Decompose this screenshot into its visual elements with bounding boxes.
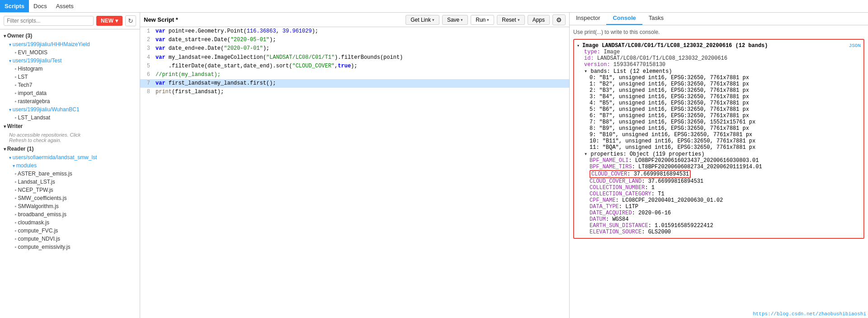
new-button[interactable]: NEW ▾ (96, 16, 123, 26)
tree-file-lst[interactable]: LST (0, 73, 140, 81)
console-hint: Use print(...) to write to this console. (573, 29, 864, 35)
console-object-header: Image LANDSAT/LC08/C01/T1/LC08_123032_20… (577, 43, 861, 49)
refresh-button[interactable]: ↻ (125, 15, 136, 26)
console-version: version: 1593364770158130 (577, 62, 861, 68)
tree-section-owner[interactable]: Owner (3) (0, 31, 140, 40)
tree-folder-reader-root[interactable]: users/sofiaermida/landsat_smw_lst (0, 153, 140, 161)
tree-file-broadband[interactable]: broadband_emiss.js (0, 210, 140, 218)
code-line-7: 7 var first_landsat=my_landsat.first(); (140, 79, 569, 88)
band-item-4: 4: "B5", unsigned int16, EPSG:32650, 776… (577, 100, 861, 106)
band-item-3: 3: "B4", unsigned int16, EPSG:32650, 776… (577, 94, 861, 100)
right-panel: Inspector Console Tasks Use print(...) t… (570, 13, 868, 318)
tab-console[interactable]: Console (606, 13, 642, 25)
tree-file-cloudmask[interactable]: cloudmask.js (0, 218, 140, 227)
tree-file-compute-emiss[interactable]: compute_emissivity.js (0, 243, 140, 251)
code-line-4: 4 var my_landsat=ee.ImageCollection("LAN… (140, 53, 569, 62)
save-button[interactable]: Save ▾ (442, 15, 468, 25)
tree-file-smw-coeff[interactable]: SMW_coefficients.js (0, 194, 140, 202)
tree-file-compute-ndvi[interactable]: compute_NDVI.js (0, 235, 140, 243)
console-bands-header[interactable]: ▾ bands: List (12 elements) (577, 68, 861, 75)
center-panel: New Script * Get Link ▾ Save ▾ Run ▾ Res… (140, 13, 570, 318)
url-bar: https://blog.csdn.net/zhaobushibiaoshi (753, 311, 866, 317)
code-editor[interactable]: 1 var point=ee.Geometry.Point(116.36863,… (140, 27, 569, 318)
props-list: BPF_NAME_OLI: LO8BPF20200616023437_20200… (577, 157, 861, 235)
script-title: New Script * (144, 16, 403, 23)
nav-docs[interactable]: Docs (29, 0, 52, 12)
editor-toolbar: New Script * Get Link ▾ Save ▾ Run ▾ Res… (140, 13, 569, 27)
code-line-3: 3 var date_end=ee.Date("2020-07-01"); (140, 44, 569, 53)
bands-list: 0: "B1", unsigned int16, EPSG:32650, 776… (577, 75, 861, 151)
tab-inspector[interactable]: Inspector (570, 13, 606, 25)
tree-file-compute-fvc[interactable]: compute_FVC.js (0, 227, 140, 235)
prop-item-9: DATUM: WGS84 (577, 216, 861, 223)
prop-item-3: CLOUD_COVER_LAND: 37.66999816894531 (577, 178, 861, 185)
band-item-6: 6: "B7", unsigned int16, EPSG:32650, 776… (577, 113, 861, 119)
tree-folder-maizeyield[interactable]: users/1999jialiu/HHHMaizeYield (0, 40, 140, 48)
left-panel: NEW ▾ ↻ Owner (3) users/1999jialiu/HHHMa… (0, 13, 140, 318)
prop-item-11: ELEVATION_SOURCE: GLS2000 (577, 229, 861, 235)
console-object-box: Image LANDSAT/LC08/C01/T1/LC08_123032_20… (573, 39, 864, 239)
tree-file-tech7[interactable]: Tech7 (0, 81, 140, 89)
top-nav: Scripts Docs Assets (0, 0, 868, 13)
band-item-2: 2: "B3", unsigned int16, EPSG:32650, 776… (577, 87, 861, 94)
code-line-6: 6 //print(my_landsat); (140, 71, 569, 79)
get-link-button[interactable]: Get Link ▾ (406, 15, 439, 25)
tree-folder-wuhanbc1[interactable]: users/1999jialiu/WuhanBC1 (0, 105, 140, 114)
console-properties-header[interactable]: ▾ properties: Object (119 properties) (577, 151, 861, 157)
props-expand-icon: ▾ (584, 151, 590, 157)
code-line-2: 2 var date_start=ee.Date("2020-05-01"); (140, 36, 569, 44)
chevron-down-icon: ▾ (115, 18, 118, 24)
search-input[interactable] (4, 16, 94, 26)
band-item-0: 0: "B1", unsigned int16, EPSG:32650, 776… (577, 75, 861, 81)
tree-file-histogram[interactable]: Histogram (0, 65, 140, 73)
main-layout: NEW ▾ ↻ Owner (3) users/1999jialiu/HHHMa… (0, 13, 868, 318)
tree-folder-test[interactable]: users/1999jialiu/Test (0, 57, 140, 65)
prop-item-4: COLLECTION_NUMBER: 1 (577, 185, 861, 191)
prop-item-2: CLOUD_COVER: 37.66999816894531 (577, 170, 861, 178)
tree-file-aster[interactable]: ASTER_bare_emiss.js (0, 170, 140, 178)
code-line-1: 1 var point=ee.Geometry.Point(116.36863,… (140, 27, 569, 36)
band-item-7: 7: "B8", unsigned int16, EPSG:32650, 155… (577, 119, 861, 125)
prop-item-7: DATA_TYPE: L1TP (577, 204, 861, 210)
nav-scripts[interactable]: Scripts (0, 0, 29, 12)
code-line-5: 5 .filterDate(date_start,date_end).sort(… (140, 62, 569, 71)
band-item-11: 11: "BQA", unsigned int16, EPSG:32650, 7… (577, 144, 861, 151)
script-tree: Owner (3) users/1999jialiu/HHHMaizeYield… (0, 29, 140, 318)
tree-file-landsat-lst[interactable]: Landsat_LST.js (0, 178, 140, 186)
settings-button[interactable]: ⚙ (552, 14, 566, 25)
reset-arrow-icon: ▾ (518, 18, 520, 22)
prop-item-5: COLLECTION_CATEGORY: T1 (577, 191, 861, 197)
tree-file-rasteralgebra[interactable]: rasteralgebra (0, 97, 140, 105)
run-arrow-icon: ▾ (487, 18, 489, 22)
search-bar: NEW ▾ ↻ (0, 13, 140, 29)
prop-item-10: EARTH_SUN_DISTANCE: 1.0159165859222412 (577, 223, 861, 229)
get-link-arrow-icon: ▾ (432, 18, 434, 22)
json-link[interactable]: JSON (849, 43, 861, 48)
prop-item-8: DATE_ACQUIRED: 2020-06-16 (577, 210, 861, 216)
band-item-8: 8: "B9", unsigned int16, EPSG:32650, 776… (577, 125, 861, 132)
right-tabs: Inspector Console Tasks (570, 13, 868, 25)
run-button[interactable]: Run ▾ (471, 15, 494, 25)
tree-subfolder-modules[interactable]: modules (0, 161, 140, 170)
tree-file-ncep[interactable]: NCEP_TPW.js (0, 186, 140, 194)
save-arrow-icon: ▾ (461, 18, 463, 22)
console-type: type: Image (577, 49, 861, 55)
prop-item-6: CPF_NAME: LC08CPF_20200401_20200630_01.0… (577, 197, 861, 204)
prop-item-1: BPF_NAME_TIRS: LT8BPF20200606082734_2020… (577, 164, 861, 170)
tree-section-writer[interactable]: Writer (0, 122, 140, 131)
tree-file-import-data[interactable]: import_data (0, 89, 140, 97)
console-object-title[interactable]: Image LANDSAT/LC08/C01/T1/LC08_123032_20… (577, 43, 768, 49)
tree-file-smwalg[interactable]: SMWalgorithm.js (0, 202, 140, 210)
tab-tasks[interactable]: Tasks (642, 13, 670, 25)
code-line-8: 8 print(first_landsat); (140, 88, 569, 96)
band-item-1: 1: "B2", unsigned int16, EPSG:32650, 776… (577, 81, 861, 87)
apps-button[interactable]: Apps (528, 15, 550, 25)
reset-button[interactable]: Reset ▾ (497, 15, 524, 25)
tree-section-reader[interactable]: Reader (1) (0, 144, 140, 153)
console-area: Use print(...) to write to this console.… (570, 25, 868, 318)
bands-expand-icon: ▾ (584, 68, 590, 75)
tree-file-evi-modis[interactable]: EVI_MODIS (0, 48, 140, 57)
tree-file-lst-landsat[interactable]: LST_Landsat (0, 114, 140, 122)
nav-assets[interactable]: Assets (52, 0, 78, 12)
tree-note-writer: No accessible repositories. ClickRefresh… (0, 131, 140, 144)
